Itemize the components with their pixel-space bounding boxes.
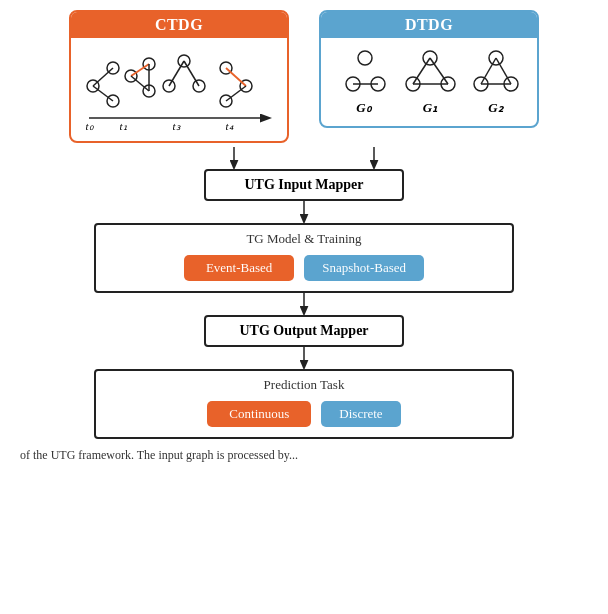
svg-line-16 [131,76,149,91]
prediction-task-box: Prediction Task Continuous Discrete [94,369,514,439]
svg-text:t₁: t₁ [119,120,126,131]
caption: of the UTG framework. The input graph is… [20,447,588,464]
continuous-btn[interactable]: Continuous [207,401,311,427]
graph-g2: G₂ [471,46,521,116]
svg-line-10 [93,68,113,86]
discrete-btn[interactable]: Discrete [321,401,400,427]
svg-line-42 [481,58,496,84]
arrow-to-pred [294,347,314,369]
svg-line-22 [184,61,199,86]
graph-g1-label: G₁ [423,100,437,116]
graph-g0: G₀ [338,46,390,116]
svg-text:t₃: t₃ [172,120,180,131]
svg-line-37 [430,58,448,84]
tg-model-title: TG Model & Training [246,231,361,247]
converging-arrows [224,147,384,169]
dtdg-title: DTDG [321,12,537,38]
graph-g2-label: G₂ [488,100,502,116]
svg-text:t₄: t₄ [225,120,233,131]
graph-g1: G₁ [403,46,458,116]
svg-text:t₀: t₀ [85,120,93,131]
diagram: CTDG t₀ [20,10,588,464]
svg-point-31 [358,51,372,65]
arrow-to-output [294,293,314,315]
top-row: CTDG t₀ [20,10,588,143]
svg-line-27 [226,86,246,101]
event-based-btn[interactable]: Event-Based [184,255,294,281]
graph-g0-label: G₀ [356,100,370,116]
ctdg-title: CTDG [71,12,287,38]
tg-model-box: TG Model & Training Event-Based Snapshot… [94,223,514,293]
utg-output-mapper: UTG Output Mapper [204,315,404,347]
tg-model-buttons: Event-Based Snapshot-Based [184,255,424,281]
svg-line-21 [169,61,184,86]
dtdg-content: G₀ G₁ [321,38,537,126]
svg-line-26 [226,68,246,86]
prediction-buttons: Continuous Discrete [207,401,400,427]
svg-line-11 [93,86,113,101]
arrow-to-tg [294,201,314,223]
snapshot-based-btn[interactable]: Snapshot-Based [304,255,424,281]
utg-output-label: UTG Output Mapper [239,323,368,338]
ctdg-graph: t₀ t₁ t₃ t₄ [81,46,277,131]
utg-input-mapper: UTG Input Mapper [204,169,404,201]
utg-input-label: UTG Input Mapper [244,177,363,192]
prediction-title: Prediction Task [264,377,345,393]
ctdg-content: t₀ t₁ t₃ t₄ [71,38,287,141]
svg-line-36 [413,58,430,84]
svg-line-43 [496,58,511,84]
dtdg-box: DTDG G₀ [319,10,539,128]
ctdg-box: CTDG t₀ [69,10,289,143]
